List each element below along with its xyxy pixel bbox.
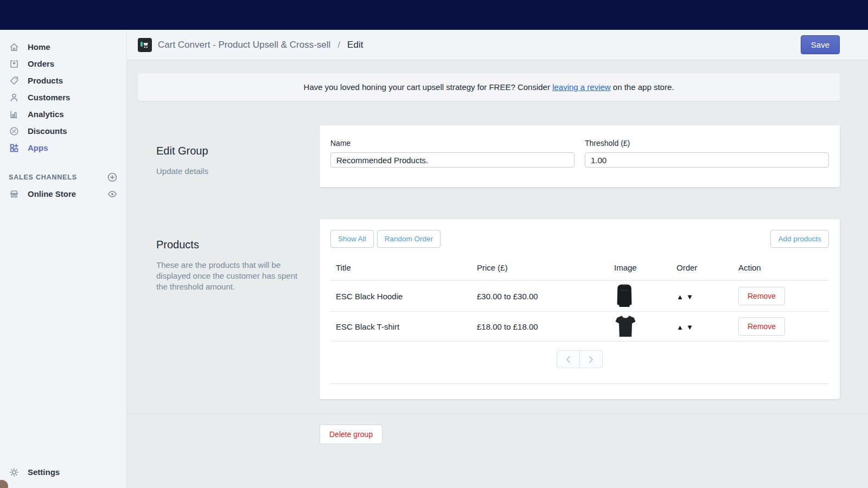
product-title: ESC Black T-shirt [330, 312, 471, 342]
page-header: Cart Convert - Product Upsell & Cross-se… [127, 30, 868, 60]
chevron-right-icon [589, 356, 593, 363]
add-products-button[interactable]: Add products [770, 230, 829, 248]
remove-button[interactable]: Remove [738, 317, 785, 336]
review-banner: Have you loved honing your cart upsell s… [138, 73, 840, 101]
black-tshirt-image [614, 314, 666, 338]
customer-icon [9, 92, 20, 103]
delete-group-button[interactable]: Delete group [320, 425, 382, 444]
table-row: ESC Black T-shirt £18.00 to £18.00 ▲▼ [330, 312, 829, 342]
products-section: Products These are the products that wil… [138, 219, 840, 399]
sidebar-item-discounts[interactable]: Discounts [0, 123, 126, 139]
add-channel-icon[interactable] [107, 172, 118, 183]
threshold-field-label: Threshold (£) [585, 139, 829, 147]
sidebar-item-home[interactable]: Home [0, 38, 126, 55]
column-header-action: Action [733, 258, 829, 281]
products-card: Show All Random Order Add products Title… [320, 219, 840, 399]
name-input[interactable] [330, 152, 575, 168]
save-button[interactable]: Save [801, 35, 840, 54]
sidebar-item-label: Customers [28, 93, 70, 102]
orders-icon [9, 59, 20, 69]
sidebar-item-label: Discounts [28, 126, 67, 136]
breadcrumb: Cart Convert - Product Upsell & Cross-se… [138, 38, 363, 52]
sales-channels-heading: SALES CHANNELS [9, 174, 77, 181]
storefront-icon [9, 189, 20, 200]
apps-icon [9, 143, 20, 153]
previous-page-button[interactable] [557, 350, 580, 368]
show-all-button[interactable]: Show All [330, 230, 374, 248]
leave-review-link[interactable]: leaving a review [552, 82, 611, 92]
sidebar-item-customers[interactable]: Customers [0, 89, 126, 106]
channel-label: Online Store [28, 189, 76, 198]
table-row: ESC Black Hoodie £30.00 to £30.00 ▲▼ [330, 281, 829, 312]
black-hoodie-image [614, 284, 666, 309]
page-content: Have you loved honing your cart upsell s… [127, 60, 868, 488]
products-title: Products [156, 239, 301, 251]
sidebar-item-label: Orders [28, 59, 54, 68]
edit-group-subtitle: Update details [156, 166, 301, 177]
name-field-label: Name [330, 139, 575, 147]
product-price: £30.00 to £30.00 [471, 281, 609, 312]
edit-group-title: Edit Group [156, 145, 301, 157]
column-header-price: Price (£) [471, 258, 609, 281]
move-down-button[interactable]: ▼ [686, 293, 693, 301]
pagination [320, 350, 840, 368]
view-store-eye-icon[interactable] [107, 189, 118, 200]
sidebar-item-apps[interactable]: Apps [0, 139, 126, 156]
home-icon [9, 42, 20, 53]
random-order-button[interactable]: Random Order [377, 230, 441, 248]
remove-button[interactable]: Remove [738, 287, 785, 305]
sidebar-item-online-store[interactable]: Online Store [0, 185, 126, 202]
bar-chart-icon [9, 109, 20, 120]
chevron-left-icon [566, 356, 571, 363]
sidebar-item-label: Home [28, 42, 50, 52]
product-title: ESC Black Hoodie [330, 281, 471, 312]
cart-convert-app-icon [138, 38, 152, 52]
gear-icon [9, 467, 20, 478]
edit-group-section: Edit Group Update details Name Threshold… [138, 125, 840, 187]
threshold-input[interactable] [585, 152, 829, 168]
discount-icon [9, 126, 20, 137]
sidebar-item-products[interactable]: Products [0, 72, 126, 89]
move-up-button[interactable]: ▲ [676, 293, 684, 301]
breadcrumb-current-page: Edit [347, 40, 363, 50]
sidebar-item-label: Products [28, 76, 63, 85]
move-up-button[interactable]: ▲ [676, 323, 684, 331]
column-header-order: Order [671, 258, 733, 281]
banner-text-before: Have you loved honing your cart upsell s… [304, 82, 553, 92]
admin-topbar [0, 0, 868, 30]
products-table: Title Price (£) Image Order Action ESC B… [330, 258, 829, 342]
card-footer [330, 383, 829, 399]
sidebar-item-analytics[interactable]: Analytics [0, 106, 126, 123]
column-header-title: Title [330, 258, 471, 281]
move-down-button[interactable]: ▼ [686, 323, 693, 331]
sidebar-item-label: Apps [28, 143, 48, 152]
sidebar-item-orders[interactable]: Orders [0, 55, 126, 72]
column-header-image: Image [609, 258, 671, 281]
sidebar: Home Orders Products Customers [0, 30, 127, 488]
products-description: These are the products that will be disp… [156, 260, 301, 292]
tag-icon [9, 75, 20, 86]
edit-group-card: Name Threshold (£) [320, 125, 840, 187]
sidebar-item-label: Settings [28, 467, 60, 477]
product-price: £18.00 to £18.00 [471, 312, 609, 342]
sidebar-item-settings[interactable]: Settings [0, 464, 126, 480]
next-page-button[interactable] [579, 350, 603, 368]
breadcrumb-separator: / [337, 40, 340, 50]
banner-text-after: on the app store. [611, 82, 674, 92]
breadcrumb-app-title[interactable]: Cart Convert - Product Upsell & Cross-se… [158, 40, 330, 50]
sidebar-item-label: Analytics [28, 110, 64, 119]
